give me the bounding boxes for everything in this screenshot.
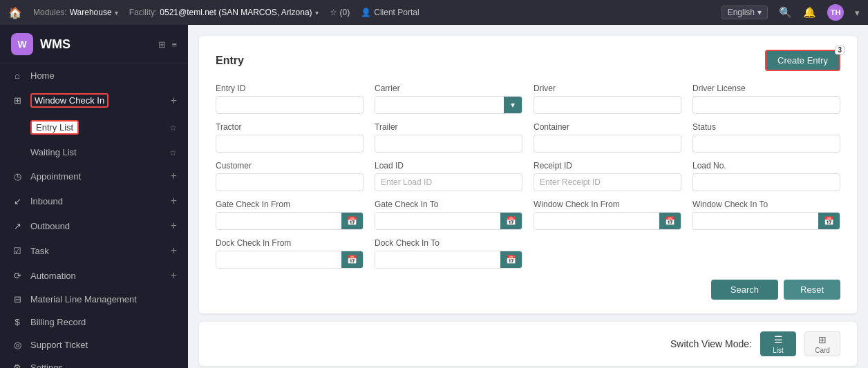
trailer-group: Trailer (375, 122, 522, 153)
outbound-plus[interactable]: + (171, 220, 177, 232)
gate-check-in-from-wrapper: 📅 (216, 212, 364, 230)
dock-check-in-to-label: Dock Check In To (375, 238, 522, 248)
automation-plus[interactable]: + (171, 269, 177, 282)
list-view-button[interactable]: ☰ List (760, 331, 796, 356)
customer-input[interactable] (216, 173, 364, 191)
driver-label: Driver (534, 84, 681, 93)
language-selector[interactable]: English ▾ (721, 6, 768, 19)
search-button[interactable]: Search (711, 280, 778, 300)
gate-check-in-from-group: Gate Check In From 📅 (216, 200, 364, 230)
sidebar-item-billing[interactable]: $ Billing Record (0, 311, 188, 333)
gate-check-in-from-calendar-btn[interactable]: 📅 (341, 213, 363, 229)
entry-list-star[interactable]: ☆ (169, 123, 177, 133)
waiting-list-star[interactable]: ☆ (169, 148, 177, 157)
carrier-input[interactable] (375, 97, 504, 113)
trailer-input[interactable] (375, 135, 522, 153)
gate-check-in-to-calendar-btn[interactable]: 📅 (500, 213, 522, 229)
facility-selector[interactable]: Facility: 0521@teml.net (SAN MARCOS, Ari… (129, 8, 319, 17)
load-id-input[interactable] (375, 173, 522, 191)
carrier-dropdown-wrapper: ▾ (375, 96, 522, 114)
gate-check-in-to-group: Gate Check In To 📅 (375, 200, 522, 230)
sidebar-item-task[interactable]: ☑ Task + (0, 238, 188, 263)
reset-button[interactable]: Reset (784, 280, 840, 300)
container-input[interactable] (534, 135, 681, 153)
sidebar-item-inbound-label: Inbound (30, 196, 63, 206)
sidebar-item-outbound-label: Outbound (30, 221, 70, 231)
load-no-input[interactable] (692, 173, 840, 191)
dock-check-in-from-calendar-btn[interactable]: 📅 (341, 251, 363, 268)
sidebar-item-inbound[interactable]: ↙ Inbound + (0, 188, 188, 213)
tractor-input[interactable] (216, 135, 364, 153)
sidebar-item-billing-label: Billing Record (30, 317, 86, 327)
star-count[interactable]: ☆ (0) (330, 8, 350, 17)
inbound-icon: ↙ (11, 196, 23, 206)
appointment-plus[interactable]: + (171, 170, 177, 182)
dock-check-in-to-input[interactable] (375, 251, 500, 268)
sidebar: W WMS ⊞ ≡ ⌂ Home ⊞ Window Check In + Ent… (0, 25, 188, 368)
carrier-dropdown-btn[interactable]: ▾ (504, 97, 522, 113)
home-icon[interactable]: 🏠 (8, 6, 22, 19)
sidebar-item-support[interactable]: ◎ Support Ticket (0, 333, 188, 356)
bell-icon[interactable]: 🔔 (803, 6, 816, 19)
sidebar-item-automation[interactable]: ⟳ Automation + (0, 263, 188, 288)
card-view-button[interactable]: ⊞ Card (804, 331, 840, 356)
user-menu-chevron[interactable]: ▾ (855, 8, 860, 18)
status-input[interactable] (692, 135, 840, 153)
sidebar-item-window-check-in[interactable]: ⊞ Window Check In + (0, 87, 188, 114)
switch-view-card: Switch View Mode: ☰ List ⊞ Card (199, 322, 857, 366)
sidebar-item-settings-label: Settings (30, 362, 63, 368)
receipt-id-group: Receipt ID (534, 161, 681, 191)
create-entry-button[interactable]: 3 Create Entry (765, 50, 840, 71)
window-check-in-plus[interactable]: + (171, 95, 177, 107)
driver-input[interactable] (534, 96, 681, 114)
material-line-icon: ⊟ (11, 294, 23, 304)
appointment-icon: ◷ (11, 171, 23, 182)
window-check-in-to-wrapper: 📅 (692, 212, 840, 230)
inbound-plus[interactable]: + (171, 195, 177, 207)
client-portal-link[interactable]: 👤 Client Portal (361, 8, 419, 17)
support-icon: ◎ (11, 340, 23, 350)
sidebar-item-entry-list[interactable]: Entry List ☆ (0, 114, 188, 141)
sidebar-item-home[interactable]: ⌂ Home (0, 64, 188, 87)
menu-icon[interactable]: ≡ (171, 39, 177, 50)
modules-chevron: ▾ (115, 9, 118, 17)
list-view-icon: ☰ (774, 334, 783, 345)
sidebar-item-settings[interactable]: ⚙ Settings (0, 356, 188, 368)
window-check-in-to-group: Window Check In To 📅 (692, 200, 840, 230)
sidebar-item-window-check-in-label: Window Check In (30, 93, 108, 108)
entry-form: Entry ID Carrier ▾ Driver Driver License (216, 84, 840, 269)
facility-label: Facility: (129, 8, 158, 17)
gate-check-in-to-label: Gate Check In To (375, 200, 522, 209)
top-nav: 🏠 Modules: Warehouse ▾ Facility: 0521@te… (0, 0, 868, 25)
language-value: English (728, 8, 755, 17)
window-check-in-from-input[interactable] (534, 213, 659, 229)
gate-check-in-to-input[interactable] (375, 213, 500, 229)
driver-license-input[interactable] (692, 96, 840, 114)
home-nav-icon: ⌂ (11, 70, 23, 81)
dock-check-in-from-input[interactable] (216, 251, 341, 268)
dock-check-in-to-calendar-btn[interactable]: 📅 (500, 251, 522, 268)
modules-selector[interactable]: Modules: Warehouse ▾ (33, 8, 118, 17)
content-area: Entry 3 Create Entry Entry ID Carrier ▾ (188, 25, 868, 368)
sidebar-item-material-line[interactable]: ⊟ Material Line Management (0, 288, 188, 311)
window-check-in-to-label: Window Check In To (692, 200, 840, 209)
task-plus[interactable]: + (171, 244, 177, 257)
sidebar-item-waiting-list[interactable]: Waiting List ☆ (0, 141, 188, 164)
receipt-id-input[interactable] (534, 173, 681, 191)
window-check-in-from-calendar-btn[interactable]: 📅 (659, 213, 681, 229)
container-group: Container (534, 122, 681, 153)
window-check-in-from-group: Window Check In From 📅 (534, 200, 681, 230)
sidebar-item-appointment[interactable]: ◷ Appointment + (0, 164, 188, 188)
app-logo: W (11, 33, 33, 55)
settings-icon: ⚙ (11, 362, 23, 368)
sidebar-item-outbound[interactable]: ↗ Outbound + (0, 213, 188, 238)
entry-id-input[interactable] (216, 96, 364, 114)
gate-check-in-from-input[interactable] (216, 213, 341, 229)
user-avatar[interactable]: TH (827, 4, 844, 21)
grid-icon[interactable]: ⊞ (158, 39, 166, 50)
window-check-in-to-input[interactable] (693, 213, 818, 229)
task-icon: ☑ (11, 246, 23, 256)
search-icon[interactable]: 🔍 (779, 6, 792, 19)
window-check-in-to-calendar-btn[interactable]: 📅 (818, 213, 840, 229)
sidebar-item-entry-list-label: Entry List (30, 120, 79, 135)
